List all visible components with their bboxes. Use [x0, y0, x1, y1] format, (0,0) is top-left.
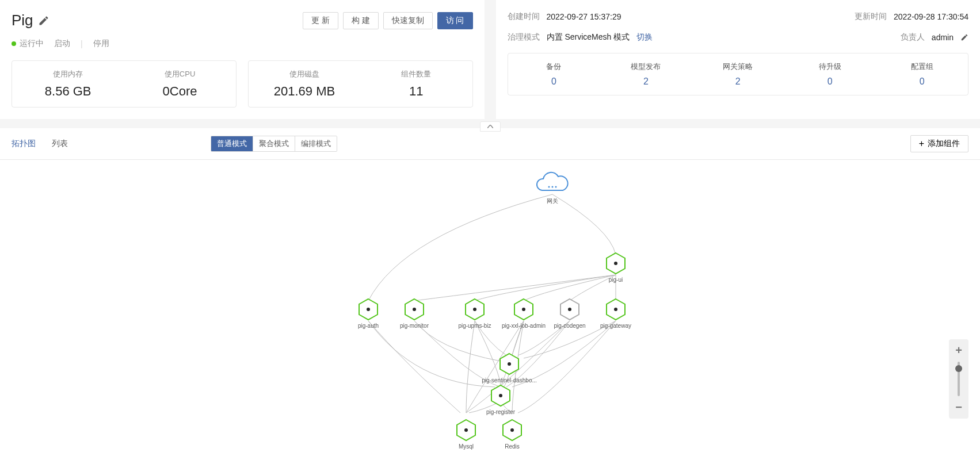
zoom-slider[interactable] [958, 362, 960, 396]
svg-text:pig-ui: pig-ui [609, 277, 623, 283]
svg-text:pig-sentinel-dashbo...: pig-sentinel-dashbo... [482, 377, 537, 384]
page-title: Pig [12, 12, 33, 29]
tab-topology[interactable]: 拓扑图 [12, 139, 36, 149]
svg-point-29 [499, 394, 502, 397]
status-badge: 运行中 [12, 39, 44, 49]
svg-point-32 [464, 428, 468, 432]
node-pig-register[interactable]: pig-register [486, 385, 516, 415]
svg-text:pig-xxl-job-admin: pig-xxl-job-admin [502, 323, 546, 329]
edit-icon[interactable] [38, 15, 49, 26]
owner-value: admin [932, 33, 954, 42]
mode-switch-link[interactable]: 切换 [636, 32, 653, 43]
stop-action[interactable]: 停用 [93, 39, 109, 49]
refresh-button[interactable]: 更 新 [303, 12, 338, 29]
svg-text:pig-codegen: pig-codegen [554, 323, 585, 329]
stat-components: 组件数量 11 [360, 61, 472, 107]
node-pig-gateway[interactable]: pig-gateway [600, 299, 631, 329]
svg-point-20 [568, 308, 571, 311]
stat-memory: 使用内存 8.56 GB [12, 61, 124, 107]
mode-aggregate[interactable]: 聚合模式 [253, 136, 295, 151]
collapse-button[interactable] [480, 121, 501, 132]
clone-button[interactable]: 快速复制 [383, 12, 433, 29]
mode-arrange[interactable]: 编排模式 [295, 136, 337, 151]
svg-point-14 [473, 308, 476, 311]
owner-label: 负责人 [901, 32, 925, 43]
visit-button[interactable]: 访 问 [437, 12, 473, 29]
svg-text:pig-gateway: pig-gateway [600, 323, 631, 329]
stat-disk: 使用磁盘 201.69 MB [249, 61, 360, 107]
svg-point-11 [413, 308, 416, 311]
node-pig-codegen[interactable]: pig-codegen [554, 299, 585, 329]
mode-normal[interactable]: 普通模式 [211, 136, 253, 151]
node-pig-upms-biz[interactable]: pig-upms-biz [458, 299, 491, 329]
build-button[interactable]: 构 建 [343, 12, 379, 29]
svg-text:网关: 网关 [547, 198, 558, 204]
create-time-label: 创建时间 [508, 12, 540, 22]
edit-owner-icon[interactable] [960, 33, 968, 41]
svg-point-2 [555, 186, 557, 188]
node-pig-auth[interactable]: pig-auth [358, 299, 379, 329]
mode-label: 治理模式 [508, 32, 540, 43]
topology-graph[interactable]: 网关 pig-ui pig-auth pig-monitor p [0, 160, 980, 460]
count-config[interactable]: 配置组 0 [876, 53, 968, 95]
svg-point-1 [552, 186, 554, 188]
svg-point-17 [522, 308, 525, 311]
right-panel: 创建时间 2022-09-27 15:37:29 更新时间 2022-09-28… [496, 0, 981, 119]
count-gateway[interactable]: 网关策略 2 [692, 53, 784, 95]
zoom-control: + − [949, 339, 968, 419]
svg-text:pig-register: pig-register [486, 409, 516, 415]
count-model[interactable]: 模型发布 2 [600, 53, 692, 95]
svg-text:pig-monitor: pig-monitor [400, 323, 429, 329]
svg-text:pig-auth: pig-auth [358, 323, 379, 329]
add-component-button[interactable]: + 添加组件 [910, 135, 968, 152]
plus-icon: + [919, 139, 924, 149]
update-time-label: 更新时间 [855, 12, 887, 22]
svg-point-35 [510, 428, 514, 432]
svg-text:pig-upms-biz: pig-upms-biz [458, 323, 491, 329]
chevron-up-icon [487, 125, 493, 128]
svg-point-23 [614, 308, 617, 311]
node-redis[interactable]: Redis [503, 420, 521, 450]
count-upgrade[interactable]: 待升级 0 [784, 53, 876, 95]
mode-value: 内置 ServiceMesh 模式 [547, 32, 630, 43]
node-gateway[interactable]: 网关 [537, 172, 568, 204]
stat-cpu: 使用CPU 0Core [124, 61, 235, 107]
svg-point-0 [548, 186, 550, 188]
start-action[interactable]: 启动 [54, 39, 70, 49]
node-pig-xxl-job-admin[interactable]: pig-xxl-job-admin [502, 299, 546, 329]
svg-text:Redis: Redis [505, 443, 520, 450]
zoom-in-button[interactable]: + [949, 343, 968, 358]
node-mysql[interactable]: Mysql [457, 420, 475, 450]
left-panel: Pig 更 新 构 建 快速复制 访 问 运行中 启动 | 停用 [0, 0, 485, 119]
node-pig-ui[interactable]: pig-ui [607, 253, 625, 283]
svg-text:Mysql: Mysql [459, 443, 474, 450]
node-pig-monitor[interactable]: pig-monitor [400, 299, 429, 329]
count-backup[interactable]: 备份 0 [508, 53, 600, 95]
create-time-value: 2022-09-27 15:37:29 [547, 12, 621, 21]
zoom-out-button[interactable]: − [949, 400, 968, 415]
svg-point-5 [614, 262, 617, 265]
tab-list[interactable]: 列表 [52, 139, 68, 149]
update-time-value: 2022-09-28 17:30:54 [894, 12, 968, 21]
svg-point-8 [367, 308, 370, 311]
svg-point-26 [508, 362, 511, 366]
